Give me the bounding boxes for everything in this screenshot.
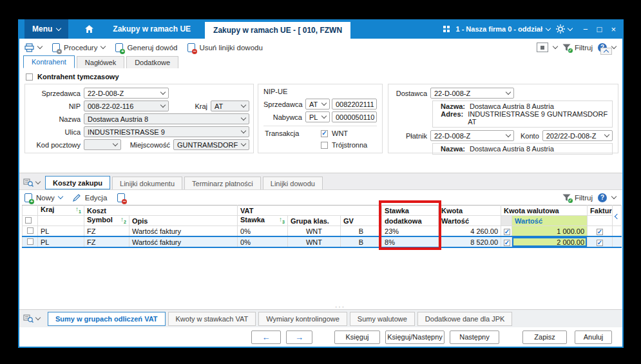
cell-kwota-walutowa[interactable]: 1 000.00 xyxy=(512,226,588,237)
header-stawka[interactable]: Stawka↑3 xyxy=(238,216,288,226)
settings-menu[interactable] xyxy=(556,24,572,34)
cell-waluta-flag[interactable] xyxy=(501,226,512,237)
header-opis[interactable]: Opis xyxy=(129,216,238,226)
zapisz-button[interactable]: Zapisz xyxy=(522,330,567,344)
grid-view-menu[interactable] xyxy=(23,178,40,187)
cell-grupa-klas[interactable]: WNT xyxy=(288,236,341,247)
header-grupa-klas[interactable]: Grupa klas. xyxy=(288,216,341,226)
cell-gv[interactable]: B xyxy=(341,226,382,237)
header-kwota-group[interactable]: Kwota xyxy=(439,206,501,216)
next-record-button[interactable]: → xyxy=(286,330,312,344)
header-vat-group[interactable]: VAT xyxy=(238,206,382,216)
cell-kraj[interactable]: PL xyxy=(38,226,84,237)
ulica-select[interactable]: INDUSTRIESTRASSE 9 xyxy=(84,126,249,137)
cell-opis[interactable]: Wartość faktury xyxy=(129,236,238,247)
cell-symbol[interactable]: FZ xyxy=(84,226,129,237)
menu-button[interactable]: Menu xyxy=(24,19,68,39)
trojstronna-checkbox[interactable] xyxy=(321,142,328,149)
cell-kwota-walutowa-focused[interactable]: 2 000.00 xyxy=(512,236,588,247)
faktura-checkbox[interactable] xyxy=(597,229,603,235)
anuluj-button[interactable]: Anuluj xyxy=(575,330,612,344)
tab-linijki-dowodu[interactable]: Linijki dowodu xyxy=(263,177,323,189)
header-faktura[interactable]: Faktura xyxy=(588,206,613,216)
tab-kontrahent[interactable]: Kontrahent xyxy=(23,55,75,68)
generuj-dowod-button[interactable]: + Generuj dowód xyxy=(115,43,177,52)
cell-grupa-klas[interactable]: WNT xyxy=(288,226,341,237)
collapse-panel-button[interactable] xyxy=(600,48,612,55)
waluta-checkbox[interactable] xyxy=(504,240,510,246)
prev-record-button[interactable]: ← xyxy=(251,330,281,344)
row-checkbox[interactable] xyxy=(27,227,33,234)
cell-kraj[interactable]: PL xyxy=(38,236,84,247)
cell-kwota-wartosc[interactable]: 4 260.00 xyxy=(439,226,501,237)
minimize-button[interactable]: − xyxy=(583,24,588,34)
cell-stawka-dodatkowa[interactable]: 23% xyxy=(382,226,439,237)
cell-stawka[interactable]: 0% xyxy=(238,226,288,237)
filtruj-button[interactable]: ✓ Filtruj xyxy=(562,44,593,52)
tab-kwoty-w-stawkach[interactable]: Kwoty w stawkach VAT xyxy=(168,312,256,326)
select-all-checkbox[interactable] xyxy=(25,217,32,224)
wnt-checkbox[interactable] xyxy=(321,130,328,137)
view-settings-icon[interactable] xyxy=(537,43,548,52)
header-stawka-dodatkowa-2[interactable]: dodatkowa xyxy=(382,216,439,226)
nip-ue-nabywca-prefix-select[interactable]: PL xyxy=(305,111,330,122)
tab-sumy-walutowe[interactable]: Sumy walutowe xyxy=(350,312,415,326)
cell-faktura[interactable] xyxy=(588,226,613,237)
home-button[interactable] xyxy=(85,25,93,33)
header-gv[interactable]: GV xyxy=(341,216,382,226)
konto-select[interactable]: 202/22-D-008-Z xyxy=(542,130,613,141)
faktura-checkbox[interactable] xyxy=(597,240,603,246)
app-grid-icon[interactable] xyxy=(443,26,450,32)
header-stawka-dodatkowa-1[interactable]: Stawka xyxy=(382,206,439,216)
ksieguj-nastepny-button[interactable]: Księguj/Następny xyxy=(385,330,445,344)
tab-wymiary-kontrolingowe[interactable]: Wymiary kontrolingowe xyxy=(258,312,347,326)
header-wartosc[interactable]: Wartość xyxy=(439,216,501,226)
usun-wiersz-button[interactable]: − xyxy=(117,193,125,202)
tab-terminarz-platnosci[interactable]: Terminarz płatności xyxy=(184,177,261,189)
nip-ue-sprzedawca-prefix-select[interactable]: AT xyxy=(305,99,330,110)
sprzedawca-select[interactable]: 22-D-008-Z xyxy=(84,88,169,99)
cell-stawka[interactable]: 0% xyxy=(238,236,288,247)
header-kwota-walutowa-group[interactable]: Kwota walutowa xyxy=(501,206,588,216)
row-checkbox[interactable] xyxy=(27,238,33,245)
grid-filtruj-button[interactable]: ✓ Filtruj xyxy=(562,194,593,202)
nip-ue-nabywca-input[interactable]: 0000050110 xyxy=(332,111,377,122)
tab-zakupy-active[interactable]: Zakupy w ramach UE - [ 010, FZWN xyxy=(205,22,350,39)
miejscowosc-select[interactable]: GUNTRAMSDORF xyxy=(173,139,249,150)
dostawca-select[interactable]: 22-D-008-Z xyxy=(430,88,514,99)
tab-sumy-w-grupach[interactable]: Sumy w grupach odliczeń VAT xyxy=(48,312,166,326)
waluta-checkbox[interactable] xyxy=(504,229,510,235)
tab-zakupy-background[interactable]: Zakupy w ramach UE xyxy=(113,24,191,34)
header-kraj[interactable]: Kraj↑1 xyxy=(38,206,84,216)
cell-stawka-dodatkowa[interactable]: 8% xyxy=(382,236,439,247)
nip-ue-sprzedawca-input[interactable]: 0082202111 xyxy=(332,99,377,110)
cell-gv[interactable]: B xyxy=(341,236,382,247)
summary-view-menu[interactable] xyxy=(23,314,40,323)
cell-faktura[interactable] xyxy=(588,236,613,247)
nowy-button[interactable]: + Nowy xyxy=(24,193,62,202)
collapse-columns-button[interactable] xyxy=(613,206,622,226)
cell-symbol[interactable]: FZ xyxy=(84,236,129,247)
edycja-button[interactable]: Edycja xyxy=(73,193,108,202)
nazwa-select[interactable]: Dostawca Austria 8 xyxy=(84,113,249,124)
close-button[interactable]: × xyxy=(611,24,616,34)
help-icon[interactable]: ? xyxy=(598,193,607,202)
cell-kwota-wartosc[interactable]: 8 520.00 xyxy=(439,236,501,247)
procedury-button[interactable]: • Procedury xyxy=(52,43,105,52)
usun-linijki-button[interactable]: − Usuń linijki dowodu xyxy=(187,43,262,52)
kraj-select[interactable]: AT xyxy=(211,101,249,111)
kontrahent-tymczasowy-checkbox[interactable] xyxy=(26,73,33,81)
tab-dodatkowe[interactable]: Dodatkowe xyxy=(126,56,178,68)
header-symbol[interactable]: Symbol↑2 xyxy=(84,216,129,226)
tab-dodatkowe-dane-jpk[interactable]: Dodatkowe dane dla JPK xyxy=(417,312,513,326)
company-selector[interactable]: 1 - Nasza firma 0 - oddział xyxy=(455,25,550,33)
cell-waluta-flag[interactable] xyxy=(501,236,512,247)
header-wartosc-walutowa[interactable]: Wartość xyxy=(512,216,588,226)
maximize-button[interactable]: □ xyxy=(597,24,602,34)
ksieguj-button[interactable]: Księguj xyxy=(334,330,380,344)
cell-opis[interactable]: Wartość faktury xyxy=(129,226,238,237)
header-koszt-group[interactable]: Koszt xyxy=(84,206,238,216)
header-select-all[interactable] xyxy=(23,216,38,226)
tab-naglowek[interactable]: Nagłówek xyxy=(77,56,124,68)
nastepny-button[interactable]: Następny xyxy=(450,330,499,344)
